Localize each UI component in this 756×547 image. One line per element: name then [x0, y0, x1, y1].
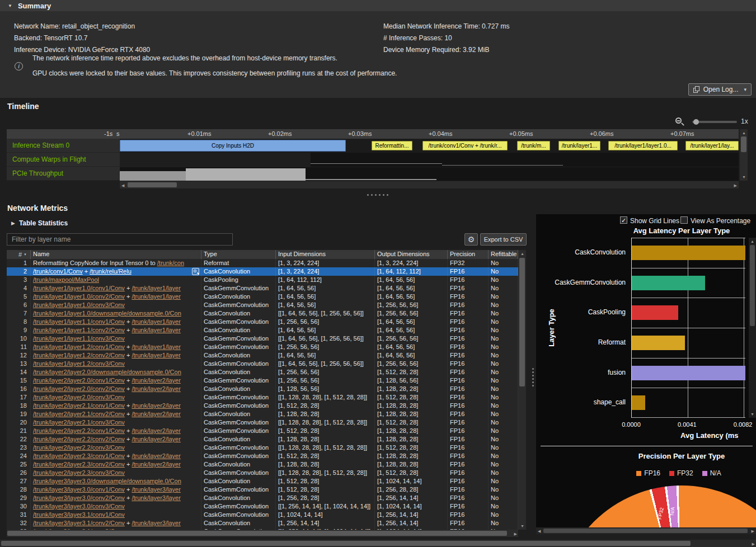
layer-link[interactable]: /trunk/layer2/layer2.1/conv3/Conv	[33, 419, 125, 426]
layer-link[interactable]: /trunk/layer1/layer	[132, 293, 180, 300]
table-row[interactable]: 13/trunk/layer1/layer1.2/conv3/ConvCaskG…	[7, 360, 518, 368]
layer-link[interactable]: /trunk/layer2/layer2.0/conv1/Conv	[33, 377, 125, 384]
bar-caskpooling[interactable]	[632, 305, 678, 320]
scrollbar-thumb[interactable]	[543, 529, 748, 533]
zoom-slider-thumb[interactable]	[693, 119, 699, 125]
layer-link[interactable]: /trunk/layer1/layer	[132, 285, 180, 291]
scrollbar-thumb[interactable]	[750, 245, 755, 326]
table-row[interactable]: 24/trunk/layer2/layer2.3/conv1/Conv + /t…	[7, 452, 518, 460]
layer-link[interactable]: /trunk/layer2/layer	[132, 411, 180, 417]
layer-link[interactable]: /trunk/layer2/layer2.3/conv3/Conv	[33, 469, 125, 476]
layer-link[interactable]: /trunk/layer3/layer3.0/conv2/Conv	[33, 494, 125, 501]
timeline-ruler[interactable]: -1ss+0.01ms+0.02ms+0.03ms+0.04ms+0.05ms+…	[7, 129, 739, 139]
table-row[interactable]: 25/trunk/layer2/layer2.3/conv2/Conv + /t…	[7, 460, 518, 469]
scroll-right-icon[interactable]: ▶	[752, 541, 755, 546]
column-header-refittable[interactable]: Refittable	[489, 250, 518, 259]
expand-icon[interactable]: ▶	[11, 220, 15, 226]
zoom-slider[interactable]	[692, 121, 737, 123]
collapse-summary-icon[interactable]: ▼	[8, 3, 12, 8]
column-header-num[interactable]: #▼	[7, 250, 31, 259]
layer-filter-input[interactable]	[7, 233, 233, 246]
show-grid-lines-checkbox[interactable]: ✓	[620, 216, 627, 224]
chart-v-scrollbar[interactable]: ▲ ▼	[749, 238, 756, 418]
layer-link[interactable]: /trunk/layer3/layer3.0/conv1/Conv	[33, 486, 125, 493]
scroll-down-icon[interactable]: ▼	[742, 175, 746, 180]
layer-link[interactable]: /trunk/layer1/layer1.0/conv3/Conv	[33, 301, 125, 308]
bar-caskgemmconvolution[interactable]	[632, 276, 705, 290]
layer-link[interactable]: /trunk/layer2/layer	[132, 402, 180, 409]
scroll-right-icon[interactable]: ▶	[752, 529, 754, 534]
layer-link[interactable]: /trunk/layer1/layer1.1/conv2/Conv	[33, 327, 125, 333]
table-row[interactable]: 27/trunk/layer3/layer3.0/downsample/down…	[7, 477, 518, 485]
column-header-type[interactable]: Type	[201, 250, 276, 259]
bar-caskconvolution[interactable]	[632, 246, 745, 260]
layer-link[interactable]: /trunk/layer2/layer2.3/conv2/Conv	[33, 461, 125, 468]
scrollbar-thumb[interactable]	[7, 531, 507, 536]
scrollbar-thumb[interactable]	[741, 136, 746, 152]
table-row[interactable]: 11/trunk/layer1/layer1.2/conv1/Conv + /t…	[7, 343, 518, 351]
table-statistics-expander[interactable]: ▶ Table Statistics	[11, 219, 68, 227]
table-row[interactable]: 22/trunk/layer2/layer2.2/conv2/Conv + /t…	[7, 435, 518, 444]
scrollbar-thumb[interactable]	[1, 541, 691, 546]
scrollbar-thumb[interactable]	[519, 258, 525, 386]
layer-link[interactable]: /trunk/layer2/layer	[132, 385, 180, 392]
table-row[interactable]: 17/trunk/layer2/layer2.0/conv3/ConvCaskG…	[7, 393, 518, 402]
layer-link[interactable]: /trunk/layer1/layer1.0/downsample/downsa…	[33, 310, 181, 317]
layer-link[interactable]: /trunk/layer1/layer1.0/conv1/Conv	[33, 285, 125, 291]
table-row[interactable]: 10/trunk/layer1/layer1.1/conv3/ConvCaskG…	[7, 334, 518, 343]
table-row[interactable]: 5/trunk/layer1/layer1.0/conv2/Conv + /tr…	[7, 293, 518, 301]
table-h-scrollbar[interactable]: ▶	[7, 530, 518, 537]
table-settings-button[interactable]: ⚙	[464, 233, 478, 246]
pie-chart[interactable]	[557, 485, 756, 534]
layer-link[interactable]: /trunk/layer2/layer2.2/conv3/Conv	[33, 444, 125, 451]
zoom-out-icon[interactable]	[675, 117, 685, 127]
layer-link[interactable]: /trunk/layer2/layer2.2/conv1/Conv	[33, 427, 125, 434]
table-row[interactable]: 16/trunk/layer2/layer2.0/conv2/Conv + /t…	[7, 385, 518, 393]
timeline-event[interactable]: /trunk/layer1/lay...	[685, 141, 739, 150]
timeline-v-scrollbar[interactable]: ▲ ▼	[740, 129, 748, 181]
timeline-h-scrollbar[interactable]: ◀ ▶	[120, 181, 739, 188]
layer-link[interactable]: /trunk/layer1/layer1.2/conv1/Conv	[33, 343, 125, 350]
table-row[interactable]: 14/trunk/layer2/layer2.0/downsample/down…	[7, 368, 518, 376]
layer-link[interactable]: /trunk/layer1/layer	[132, 343, 180, 350]
bar-shape-call[interactable]	[632, 395, 645, 410]
layer-link[interactable]: /trunk/layer2/layer	[132, 452, 180, 459]
layer-link[interactable]: /trunk/layer2/layer2.0/conv2/Conv	[33, 385, 125, 392]
table-row[interactable]: 7/trunk/layer1/layer1.0/downsample/downs…	[7, 309, 518, 318]
export-csv-button[interactable]: Export to CSV	[480, 233, 527, 246]
page-h-scrollbar[interactable]: ▶	[0, 540, 756, 547]
table-row[interactable]: 26/trunk/layer2/layer2.3/conv3/ConvCaskG…	[7, 469, 518, 477]
column-header-name[interactable]: Name	[31, 250, 201, 259]
table-row[interactable]: 9/trunk/layer1/layer1.1/conv2/Conv + /tr…	[7, 326, 518, 334]
layer-link[interactable]: /trunk/layer3/layer3.0/downsample/downsa…	[33, 478, 181, 484]
view-as-percentage-checkbox[interactable]	[680, 216, 688, 224]
layer-link[interactable]: /trunk/maxpool/MaxPool	[33, 276, 99, 283]
column-header-precision[interactable]: Precision	[448, 250, 489, 259]
column-header-input-dimensions[interactable]: Input Dimensions	[276, 250, 375, 259]
table-row[interactable]: 18/trunk/layer2/layer2.1/conv1/Conv + /t…	[7, 402, 518, 410]
column-header-output-dimensions[interactable]: Output Dimensions	[375, 250, 448, 259]
timeline-resize-handle[interactable]	[367, 194, 388, 196]
layer-link[interactable]: /trunk/layer2/layer2.0/downsample/downsa…	[33, 369, 181, 375]
table-row[interactable]: 2/trunk/conv1/Conv + /trunk/relu/ReluCas…	[7, 267, 518, 276]
layer-link[interactable]: /trunk/layer1/layer1.1/conv3/Conv	[33, 335, 125, 342]
table-v-scrollbar[interactable]: ▲ ▼	[518, 250, 526, 530]
timeline-event[interactable]: /trunk/conv1/Conv + /trunk/r...	[422, 141, 508, 150]
layer-link[interactable]: /trunk/layer1/layer1.2/conv3/Conv	[33, 360, 125, 367]
layer-link[interactable]: /trunk/layer3/layer3.1/conv2/Conv	[33, 520, 125, 526]
summary-section-header[interactable]: ▼ Summary	[0, 0, 756, 11]
layer-link[interactable]: /trunk/layer3/layer	[132, 520, 180, 526]
layer-link[interactable]: /trunk/layer1/layer1.0/conv2/Conv	[33, 293, 125, 300]
table-row[interactable]: 15/trunk/layer2/layer2.0/conv1/Conv + /t…	[7, 376, 518, 385]
table-row[interactable]: 4/trunk/layer1/layer1.0/conv1/Conv + /tr…	[7, 284, 518, 293]
table-row[interactable]: 6/trunk/layer1/layer1.0/conv3/ConvCaskGe…	[7, 301, 518, 309]
scroll-up-icon[interactable]: ▲	[742, 130, 746, 135]
scrollbar-thumb[interactable]	[128, 182, 177, 187]
layer-link[interactable]: /trunk/layer3/layer3.0/conv3/Conv	[33, 503, 125, 510]
table-row[interactable]: 21/trunk/layer2/layer2.2/conv1/Conv + /t…	[7, 427, 518, 435]
timeline-event[interactable]: /trunk/m...	[517, 141, 550, 150]
layer-link[interactable]: /trunk/relu/Relu	[90, 268, 132, 275]
layer-link[interactable]: /trunk/layer1/layer	[132, 352, 180, 359]
timeline-event[interactable]: /trunk/layer1/layer1.0...	[608, 141, 678, 150]
layer-link[interactable]: /trunk/layer3/layer3.1/conv1/Conv	[33, 511, 125, 518]
